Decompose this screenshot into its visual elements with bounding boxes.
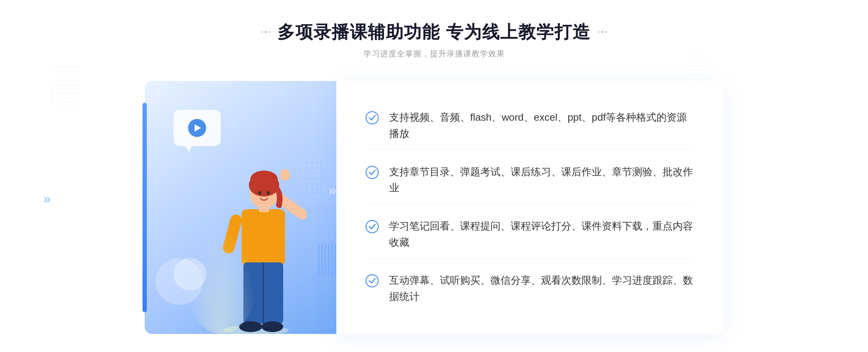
feature-item-2: 支持章节目录、弹题考试、课后练习、课后作业、章节测验、批改作业 — [365, 157, 694, 204]
dots-decoration-right — [687, 51, 709, 80]
svg-point-16 — [366, 166, 378, 179]
features-panel: 支持视频、音频、flash、word、excel、ppt、pdf等各种格式的资源… — [336, 81, 723, 334]
page-title: 多项录播课辅助功能 专为线上教学打造 — [277, 22, 590, 43]
svg-point-8 — [261, 321, 283, 332]
card-striped-rect — [318, 244, 336, 276]
card-chevrons: » — [328, 182, 336, 198]
feature-text-3: 学习笔记回看、课程提问、课程评论打分、课件资料下载，重点内容收藏 — [389, 218, 694, 251]
feature-text-4: 互动弹幕、试听购买、微信分享、观看次数限制、学习进度跟踪、数据统计 — [389, 272, 694, 305]
svg-point-17 — [366, 220, 378, 233]
dot4 — [598, 31, 600, 33]
svg-point-13 — [258, 191, 261, 195]
dots-decoration-left — [51, 65, 83, 108]
feature-item-1: 支持视频、音频、flash、word、excel、ppt、pdf等各种格式的资源… — [365, 102, 694, 150]
check-icon-2 — [365, 166, 379, 179]
dot5 — [601, 31, 604, 33]
chevron-left-decoration: » — [43, 192, 51, 207]
svg-point-15 — [366, 112, 378, 124]
check-icon-3 — [365, 220, 379, 233]
page-subtitle: 学习进度全掌握，提升录播课教学效果 — [261, 48, 607, 59]
dot6 — [605, 31, 607, 33]
dot1 — [261, 31, 263, 33]
illustration-card: » — [145, 81, 347, 334]
feature-text-1: 支持视频、音频、flash、word、excel、ppt、pdf等各种格式的资源… — [389, 110, 694, 142]
svg-point-14 — [267, 191, 270, 195]
check-icon-4 — [365, 274, 379, 288]
feature-item-3: 学习笔记回看、课程提问、课程评论打分、课件资料下载，重点内容收藏 — [365, 211, 694, 258]
panel-accent-bar — [142, 103, 147, 312]
dot2 — [264, 31, 267, 33]
header-decorators: 多项录播课辅助功能 专为线上教学打造 — [261, 22, 607, 43]
svg-point-2 — [280, 169, 290, 181]
svg-point-18 — [366, 275, 378, 287]
dot3 — [268, 31, 270, 33]
play-bubble — [174, 110, 221, 146]
header-section: 多项录播课辅助功能 专为线上教学打造 学习进度全掌握，提升录播课教学效果 — [261, 22, 607, 59]
svg-point-12 — [250, 171, 278, 188]
play-button-icon — [188, 119, 206, 137]
light-beam — [185, 226, 258, 334]
decorator-dots-right — [598, 31, 607, 33]
feature-item-4: 互动弹幕、试听购买、微信分享、观看次数限制、学习进度跟踪、数据统计 — [365, 265, 694, 312]
content-area: » — [145, 81, 723, 334]
page-wrapper: » 多项录播课辅助功能 专为线上教学打造 学习进度全掌握，提升录播课教学效果 » — [0, 0, 868, 352]
feature-text-2: 支持章节目录、弹题考试、课后练习、课后作业、章节测验、批改作业 — [389, 164, 694, 197]
decorator-dots-left — [261, 31, 270, 33]
play-triangle — [195, 124, 201, 132]
check-icon-1 — [365, 111, 379, 125]
